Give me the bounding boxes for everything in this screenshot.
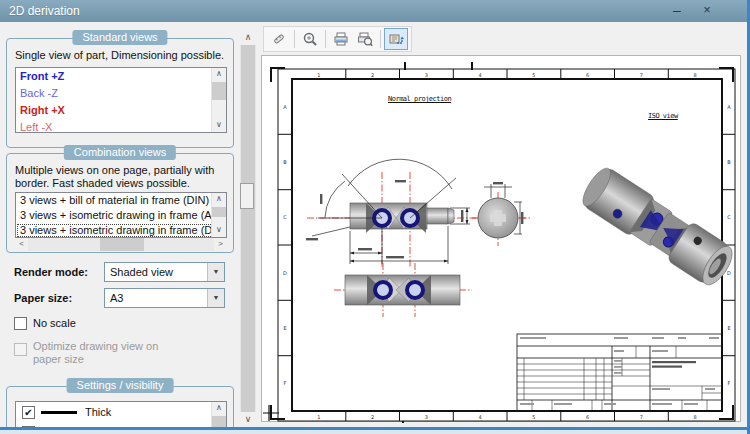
toolbar-separator	[325, 30, 326, 48]
toolbar-separator	[294, 30, 295, 48]
zone-label: A	[723, 79, 735, 134]
chevron-down-icon[interactable]: ▼	[207, 263, 224, 281]
zone-numbers-top: 12345678	[292, 70, 722, 79]
zone-numbers-bottom: 12345678	[292, 412, 722, 421]
scrollbar-vertical[interactable]: ∧ ∨	[211, 193, 226, 237]
window-title: 2D derivation	[0, 4, 80, 18]
standard-views-description: Single view of part, Dimensioning possib…	[15, 49, 227, 62]
copy-view-icon	[388, 31, 404, 47]
list-item-selected[interactable]: 3 views + isometric drawing in frame (DI…	[16, 223, 226, 238]
render-mode-value: Shaded view	[110, 263, 173, 281]
check-icon: ✔	[24, 407, 32, 418]
scroll-thumb[interactable]	[212, 207, 226, 217]
zone-label: 2	[346, 412, 400, 421]
zone-label: 6	[561, 70, 615, 79]
copy-view-button[interactable]	[384, 28, 408, 50]
view-label-normal-projection: Normal projection	[388, 95, 451, 103]
zone-label: 5	[507, 70, 561, 79]
optimize-checkbox	[14, 343, 27, 356]
list-item[interactable]: Back -Z	[16, 85, 226, 102]
list-item[interactable]: 3 views + bill of material in frame (DIN…	[16, 193, 226, 208]
paper-size-label: Paper size:	[14, 292, 72, 304]
chevron-down-icon[interactable]: ▼	[207, 289, 224, 307]
combination-views-description: Multiple views on one page, partially wi…	[15, 164, 219, 190]
zone-label: D	[723, 245, 735, 300]
scroll-track[interactable]	[241, 45, 255, 412]
scroll-up-icon[interactable]: ∧	[212, 68, 226, 81]
print-preview-icon	[357, 31, 373, 47]
zone-letters-left: ABCDEF	[279, 79, 291, 411]
zone-label: 6	[561, 412, 615, 421]
zone-label: C	[723, 190, 735, 245]
zone-label: 1	[292, 412, 346, 421]
iso-view-model	[577, 163, 738, 290]
scroll-down-icon[interactable]: ∨	[240, 412, 256, 427]
zone-label: E	[279, 300, 291, 355]
list-item[interactable]: Left -X	[16, 119, 226, 133]
zone-letters-right: ABCDEF	[723, 79, 735, 411]
scroll-thumb[interactable]	[100, 238, 144, 251]
scroll-left-icon[interactable]: <	[15, 238, 28, 251]
no-scale-checkbox[interactable]	[14, 317, 27, 330]
title-block	[517, 334, 722, 411]
zone-label: F	[723, 356, 735, 411]
print-preview-button[interactable]	[353, 28, 377, 50]
no-scale-label: No scale	[33, 317, 76, 330]
scroll-thumb[interactable]	[212, 82, 226, 100]
preview-toolbar	[263, 26, 412, 52]
zone-label: 2	[346, 70, 400, 79]
zone-label: 3	[400, 70, 454, 79]
scroll-thumb[interactable]	[240, 183, 254, 209]
titlebar[interactable]: 2D derivation – ×	[0, 0, 750, 22]
group-title-combination-views: Combination views	[64, 145, 176, 160]
list-item[interactable]: ✔Thick	[16, 402, 226, 422]
zoom-icon	[302, 31, 318, 47]
list-item[interactable]: 3 views + isometric drawing in frame (AN	[16, 208, 226, 223]
zone-label: 7	[615, 412, 669, 421]
side-view	[472, 182, 526, 246]
zone-label: 7	[615, 70, 669, 79]
group-title-standard-views: Standard views	[72, 30, 167, 45]
standard-views-list[interactable]: Front +Z Back -Z Right +X Left -X ∧ ∨	[15, 67, 227, 133]
paper-size-select[interactable]: A3 ▼	[104, 288, 225, 308]
zone-label: 4	[453, 412, 507, 421]
print-button[interactable]	[329, 28, 353, 50]
zone-label: C	[279, 190, 291, 245]
scroll-down-icon[interactable]: ∨	[212, 119, 226, 132]
scroll-down-icon[interactable]: ∨	[212, 224, 226, 237]
panel-scrollbar[interactable]: ∧ ∨	[240, 30, 256, 427]
measure-icon	[271, 31, 287, 47]
render-mode-select[interactable]: Shaded view ▼	[104, 262, 225, 282]
zoom-button[interactable]	[298, 28, 322, 50]
combination-views-list[interactable]: 3 views + bill of material in frame (DIN…	[15, 192, 227, 238]
group-combination-views: Combination views Multiple views on one …	[6, 153, 234, 253]
list-item[interactable]: Front +Z	[16, 68, 226, 85]
zone-label: B	[279, 134, 291, 189]
scrollbar-vertical[interactable]: ∧ ∨	[211, 68, 226, 132]
group-title-settings-visibility: Settings / visibility	[67, 378, 174, 393]
thick-label: Thick	[85, 406, 111, 418]
thick-line-sample	[41, 411, 77, 414]
zone-label: B	[723, 134, 735, 189]
minimize-button[interactable]: –	[662, 0, 692, 22]
scrollbar-horizontal[interactable]: < >	[15, 238, 227, 251]
scroll-right-icon[interactable]: >	[214, 238, 227, 251]
thick-checkbox[interactable]: ✔	[22, 406, 35, 419]
measure-button[interactable]	[267, 28, 291, 50]
top-view	[334, 263, 472, 317]
zone-label: 1	[292, 70, 346, 79]
paper-size-value: A3	[110, 289, 123, 307]
window-controls: – ×	[662, 0, 722, 22]
list-item[interactable]: Right +X	[16, 102, 226, 119]
zone-label: 3	[400, 412, 454, 421]
scroll-up-icon[interactable]: ∧	[212, 402, 226, 415]
dialog-2d-derivation: 2D derivation – × Standard views Single …	[0, 0, 750, 434]
drawing-preview-area: Normal projection ISO view 12345678 1234…	[257, 22, 747, 427]
scroll-up-icon[interactable]: ∧	[240, 30, 256, 45]
options-panel: Standard views Single view of part, Dime…	[0, 22, 240, 434]
close-button[interactable]: ×	[692, 0, 722, 22]
print-icon	[333, 31, 349, 47]
scroll-up-icon[interactable]: ∧	[212, 193, 226, 206]
zone-label: D	[279, 245, 291, 300]
zone-label: 4	[453, 70, 507, 79]
